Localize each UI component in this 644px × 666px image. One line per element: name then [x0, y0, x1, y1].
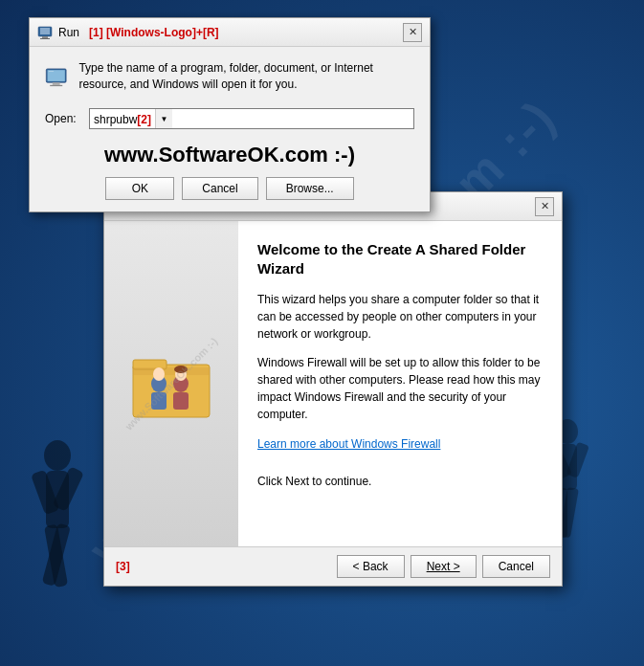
run-computer-icon — [45, 60, 67, 95]
run-open-dropdown[interactable]: ▼ — [155, 109, 172, 128]
wizard-next-button[interactable]: Next > — [411, 555, 477, 578]
run-dialog: Run [1] [Windows-Logo]+[R] ✕ Type the na… — [29, 17, 431, 212]
wizard-back-button[interactable]: < Back — [337, 555, 405, 578]
wizard-continue-text: Click Next to continue. — [257, 475, 543, 488]
wizard-close-button[interactable]: ✕ — [535, 197, 554, 216]
wizard-para2: Windows Firewall will be set up to allow… — [257, 354, 543, 423]
wizard-heading: Welcome to the Create A Shared Folder Wi… — [257, 240, 543, 278]
svg-point-25 — [153, 367, 165, 381]
svg-rect-19 — [50, 85, 62, 86]
wizard-para1: This wizard helps you share a computer f… — [257, 291, 543, 343]
svg-rect-18 — [53, 82, 60, 85]
run-title: Run [1] [Windows-Logo]+[R] — [58, 26, 219, 39]
run-titlebar: Run [1] [Windows-Logo]+[R] ✕ — [30, 18, 430, 47]
svg-rect-15 — [40, 38, 50, 39]
wizard-cancel-button[interactable]: Cancel — [482, 555, 550, 578]
run-buttons: OK Cancel Browse... — [45, 177, 414, 200]
wizard-content: www.SoftwareOK.com :-) — [104, 221, 562, 546]
wizard-dialog: Create A Shared Folder Wizard ✕ www.Soft… — [103, 191, 563, 587]
run-close-button[interactable]: ✕ — [403, 23, 422, 42]
wizard-step-annotation: [3] — [116, 560, 130, 573]
run-open-value: shrpubw[2] — [90, 109, 155, 128]
svg-rect-29 — [173, 392, 189, 410]
silhouette-left-icon — [19, 436, 96, 628]
run-titlebar-left: Run [1] [Windows-Logo]+[R] — [37, 25, 219, 40]
run-app-icon — [37, 25, 53, 40]
run-ok-button[interactable]: OK — [105, 177, 174, 200]
wizard-firewall-link[interactable]: Learn more about Windows Firewall — [257, 437, 440, 451]
svg-point-0 — [44, 440, 71, 471]
svg-rect-13 — [40, 28, 50, 34]
run-open-label: Open: — [45, 112, 81, 125]
run-open-input-wrapper: shrpubw[2] ▼ — [89, 108, 414, 129]
run-body: Type the name of a program, folder, docu… — [30, 47, 430, 211]
run-website-text: www.SoftwareOK.com :-) — [45, 143, 414, 167]
svg-rect-17 — [48, 70, 65, 81]
run-open-row: Open: shrpubw[2] ▼ — [45, 108, 414, 129]
wizard-footer: [3] < Back Next > Cancel — [104, 546, 562, 586]
svg-rect-14 — [42, 36, 48, 38]
wizard-sidebar: www.SoftwareOK.com :-) — [104, 221, 238, 546]
wizard-main: Welcome to the Create A Shared Folder Wi… — [238, 221, 562, 546]
run-cancel-button[interactable]: Cancel — [182, 177, 257, 200]
run-description-row: Type the name of a program, folder, docu… — [45, 60, 414, 95]
run-description-text: Type the name of a program, folder, docu… — [78, 60, 414, 93]
run-browse-button[interactable]: Browse... — [266, 177, 354, 200]
